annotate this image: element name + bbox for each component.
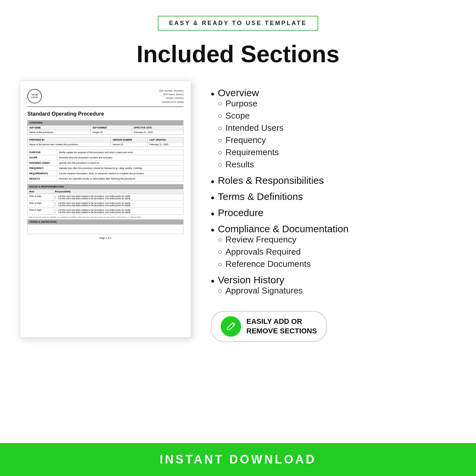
responsibility-cell: List this role's key tasks related to th… <box>53 194 183 201</box>
content-area: YOURLOGO SOP Number: [Number] SOP Name: … <box>0 81 476 342</box>
section-roles-label: Roles & Responsibilities <box>218 175 324 186</box>
section-compliance-label: Compliance & Documentation <box>218 223 349 234</box>
overview-value-intended-users: Specify who this procedure is meant for. <box>57 160 183 165</box>
roles-section-header: ROLES & RESPONSIBILITIES <box>27 184 183 189</box>
list-item-version-history: Version History Approval Signatures <box>211 274 456 298</box>
sub-label-approvals: Approvals Required <box>226 247 301 257</box>
cta-text-line1: EASILY ADD OR <box>246 317 317 326</box>
table-row: RESULTS Describe the expected results or… <box>28 176 183 181</box>
overview-label-requirements: REQUIREMENTS <box>28 171 57 176</box>
col-prepared-by: PREPARED BY <box>28 137 111 142</box>
table-row: SCOPE Describe what this procedure inclu… <box>28 155 183 160</box>
list-item-procedure: Procedure <box>211 207 456 220</box>
cta-text: EASILY ADD OR REMOVE SECTIONS <box>246 317 317 336</box>
responsibility-cell: List this role's key tasks related to th… <box>53 201 183 208</box>
overview-label-frequency: FREQUENCY <box>28 165 57 171</box>
list-item-results: Results <box>218 159 284 170</box>
page-number: Page 1 of 2 <box>27 237 183 239</box>
cta-box: EASILY ADD OR REMOVE SECTIONS <box>211 311 327 342</box>
easy-to-use-badge: EASY & READY TO USE TEMPLATE <box>158 16 318 31</box>
list-item-roles: Roles & Responsibilities <box>211 175 456 188</box>
cell-last-updated: February 21, 2025 <box>148 142 183 147</box>
col-sop-number: SOP NUMBER <box>91 125 132 130</box>
sub-label-results: Results <box>226 159 254 170</box>
instant-download-text: INSTANT DOWNLOAD <box>160 453 316 466</box>
list-item-intended-users: Intended Users <box>218 123 284 133</box>
section-terms-label: Terms & Definitions <box>218 191 303 202</box>
doc-logo: YOURLOGO <box>27 89 42 103</box>
list-item-approval-signatures: Approval Signatures <box>218 286 302 296</box>
col-last-updated: LAST UPDATED <box>148 137 183 142</box>
version-info-table: PREPARED BY VERSION NUMBER LAST UPDATED … <box>27 137 183 147</box>
cell-sop-name: Name of this procedure <box>28 130 91 134</box>
list-item-approvals: Approvals Required <box>218 247 349 257</box>
doc-meta-line2: SOP Name: [Name] <box>159 93 183 96</box>
overview-value-requirements: List the required information, tools, or… <box>57 171 183 176</box>
section-version-history-label: Version History <box>218 274 284 285</box>
footer-note: * Add or remove rows as needed. To maint… <box>27 216 183 218</box>
table-row: Role or Dept List this role's key tasks … <box>28 201 183 208</box>
role-cell: Role or Dept <box>28 208 53 214</box>
list-item-purpose: Purpose <box>218 98 284 109</box>
role-cell: Role or Dept <box>28 194 53 201</box>
bottom-banner: INSTANT DOWNLOAD <box>0 443 476 476</box>
top-badge-container: EASY & READY TO USE TEMPLATE <box>0 0 476 31</box>
list-item-frequency: Frequency <box>218 135 284 145</box>
sop-info-table: SOP NAME SOP NUMBER EFFECTIVE DATE Name … <box>27 125 183 135</box>
version-sub-list: Approval Signatures <box>218 286 302 296</box>
sub-label-intended-users: Intended Users <box>226 123 284 133</box>
table-row: INTENDED USERS Specify who this procedur… <box>28 160 183 165</box>
sub-label-approval-signatures: Approval Signatures <box>226 286 303 296</box>
overview-value-frequency: Indicate how often this procedure should… <box>57 165 183 171</box>
cta-text-line2: REMOVE SECTIONS <box>246 326 317 336</box>
list-item-terms: Terms & Definitions <box>211 191 456 204</box>
cell-prepared-by: Name of the person who created this proc… <box>28 142 111 147</box>
table-row: Name of this procedure Unique ID Februar… <box>28 130 183 134</box>
doc-title: Standard Operating Procedure <box>27 111 183 117</box>
overview-label-intended-users: INTENDED USERS <box>28 160 57 165</box>
list-item-scope: Scope <box>218 111 284 121</box>
col-effective-date: EFFECTIVE DATE <box>132 125 183 130</box>
sub-label-purpose: Purpose <box>226 98 258 109</box>
cell-effective-date: February 21, 2025 <box>132 130 183 134</box>
pencil-icon <box>226 321 236 332</box>
sub-label-frequency: Frequency <box>226 135 266 145</box>
overview-label-results: RESULTS <box>28 176 57 181</box>
overview-label-purpose: PURPOSE <box>28 150 57 155</box>
sections-list: Overview Purpose Scope Intended Users Fr… <box>211 81 456 342</box>
col-version-number: VERSION NUMBER <box>111 137 148 142</box>
terms-section-header: TERMS & DEFINITIONS <box>27 219 183 224</box>
main-sections-list: Overview Purpose Scope Intended Users Fr… <box>211 87 456 298</box>
terms-content <box>27 224 183 234</box>
document-preview: YOURLOGO SOP Number: [Number] SOP Name: … <box>20 81 191 338</box>
overview-details-table: PURPOSE Briefly explain the purpose of t… <box>27 150 183 182</box>
overview-sub-list: Purpose Scope Intended Users Frequency R… <box>218 98 284 170</box>
roles-table: Role Responsibility Role or Dept List th… <box>27 189 183 215</box>
table-row: REQUIREMENTS List the required informati… <box>28 171 183 176</box>
list-item-compliance: Compliance & Documentation Review Freque… <box>211 223 456 271</box>
sub-label-scope: Scope <box>226 111 250 121</box>
doc-header: YOURLOGO SOP Number: [Number] SOP Name: … <box>27 89 183 107</box>
overview-value-scope: Describe what this procedure includes an… <box>57 155 183 160</box>
table-row: FREQUENCY Indicate how often this proced… <box>28 165 183 171</box>
responsibility-cell: List this role's key tasks related to th… <box>53 208 183 214</box>
pencil-icon-circle <box>221 316 241 337</box>
section-overview-label: Overview <box>218 87 259 98</box>
col-role: Role <box>28 189 53 194</box>
doc-meta-line1: SOP Number: [Number] <box>159 89 183 93</box>
list-item-requirements: Requirements <box>218 147 284 157</box>
compliance-sub-list: Review Frequency Approvals Required Refe… <box>218 235 349 269</box>
table-row: PURPOSE Briefly explain the purpose of t… <box>28 150 183 155</box>
sub-label-requirements: Requirements <box>226 147 279 157</box>
list-item-reference-docs: Reference Documents <box>218 259 349 269</box>
table-row: Name of the person who created this proc… <box>28 142 183 147</box>
overview-value-results: Describe the expected results or deliver… <box>57 176 183 181</box>
col-sop-name: SOP NAME <box>28 125 91 130</box>
list-item-review-frequency: Review Frequency <box>218 235 349 245</box>
doc-meta-line3: Version: [Version] <box>159 96 183 100</box>
doc-meta-line4: Updated as of: [Date] <box>159 100 183 104</box>
sub-label-review-frequency: Review Frequency <box>226 235 296 245</box>
table-row: Role or Dept List this role's key tasks … <box>28 194 183 201</box>
overview-label-scope: SCOPE <box>28 155 57 160</box>
cell-sop-number: Unique ID <box>91 130 132 134</box>
